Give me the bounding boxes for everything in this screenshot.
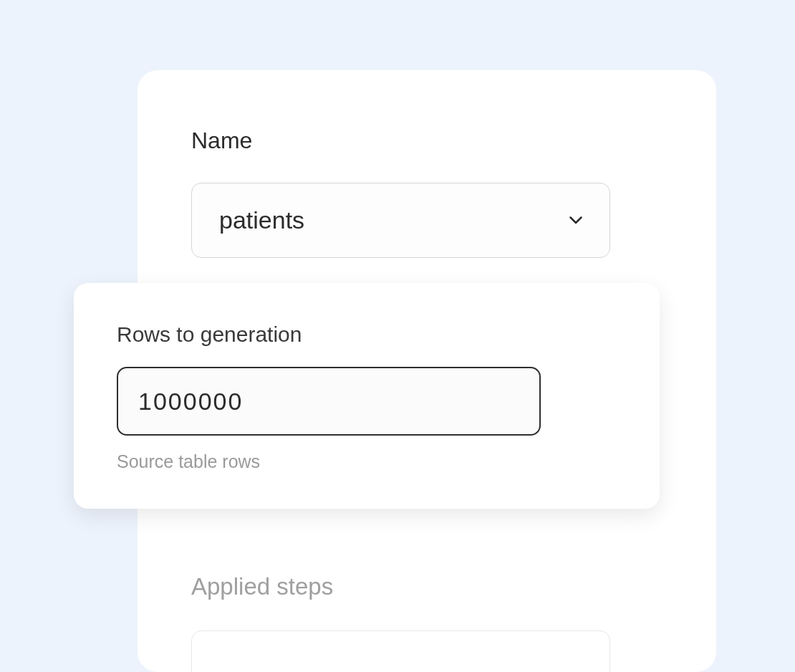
applied-steps-label: Applied steps [191, 573, 333, 600]
name-label: Name [191, 128, 662, 154]
rows-input-wrapper [117, 367, 541, 436]
name-select-value: patients [219, 206, 304, 234]
chevron-down-icon [569, 214, 582, 227]
applied-steps-box [191, 630, 610, 672]
rows-hint: Source table rows [117, 451, 617, 472]
name-select[interactable]: patients [191, 183, 610, 258]
rows-label: Rows to generation [117, 322, 617, 347]
rows-input[interactable] [138, 388, 519, 416]
rows-panel: Rows to generation Source table rows [74, 283, 660, 509]
